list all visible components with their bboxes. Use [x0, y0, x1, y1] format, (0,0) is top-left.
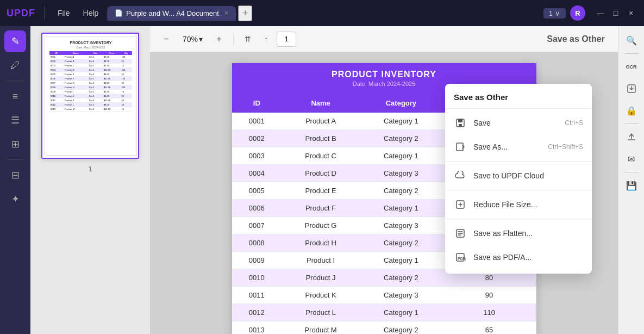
cell-id: 0011: [232, 287, 282, 304]
tab-icon: 📄: [115, 9, 123, 17]
search-btn[interactable]: 🔍: [622, 30, 641, 50]
cell-id: 0009: [232, 252, 282, 269]
table-row: 0011 Product K Category 3 90: [232, 287, 536, 304]
maximize-btn[interactable]: □: [609, 7, 622, 20]
cell-category: Category 2: [360, 321, 442, 335]
page-indicator-chevron: ∨: [555, 9, 560, 17]
dropdown-icon-reduce-file-size: [454, 198, 467, 211]
cell-name: Product F: [282, 200, 360, 217]
page-number-input[interactable]: [277, 32, 296, 47]
cell-name: Product E: [282, 182, 360, 200]
save-as-other-btn[interactable]: Save as Other: [542, 32, 609, 46]
dropdown-divider-2: [445, 190, 592, 190]
tab-title: Purple and W... A4 Document: [126, 9, 219, 17]
active-tab[interactable]: 📄 Purple and W... A4 Document ×: [107, 6, 236, 21]
zoom-in-btn[interactable]: +: [211, 32, 227, 47]
nav-up-btn[interactable]: ↑: [260, 33, 272, 46]
file-menu[interactable]: File: [53, 7, 74, 20]
title-divider: [44, 7, 45, 20]
left-sidebar: ✎ 🖊 ≡ ☰ ⊞ ⊟ ✦: [0, 26, 30, 334]
zoom-out-btn[interactable]: −: [159, 32, 174, 47]
cell-id: 0013: [232, 321, 282, 335]
cell-category: Category 3: [360, 165, 442, 182]
dropdown-item-save-as-pdfa[interactable]: PDF/A Save as PDF/A...: [445, 245, 592, 269]
dropdown-shortcut-save: Ctrl+S: [565, 119, 583, 127]
dropdown-label-save-to-cloud: Save to UPDF Cloud: [473, 171, 583, 180]
thumb-table: IDNameCatPriceQty 0001Product ACat 1$5.0…: [49, 51, 132, 112]
help-menu[interactable]: Help: [79, 7, 103, 20]
cell-id: 0005: [232, 182, 282, 200]
share-btn[interactable]: [622, 127, 641, 147]
layers-tool-btn[interactable]: ⊟: [4, 164, 26, 186]
minimize-btn[interactable]: —: [594, 7, 607, 20]
bookmark-tool-btn[interactable]: ⊞: [4, 133, 26, 155]
zoom-display[interactable]: 70% ▾: [178, 33, 207, 46]
pdf-viewer[interactable]: PRODUCT INVENTORY Date: March 2024-2025 …: [150, 52, 618, 334]
cell-instock: 110: [442, 304, 536, 321]
dropdown-item-save[interactable]: Save Ctrl+S: [445, 111, 592, 135]
cell-name: Product L: [282, 304, 360, 321]
dropdown-item-save-as[interactable]: Save As... Ctrl+Shift+S: [445, 135, 592, 159]
cell-id: 0007: [232, 217, 282, 234]
sidebar-divider-1: [7, 81, 23, 81]
cell-id: 0010: [232, 269, 282, 287]
stamp-tool-btn[interactable]: ✦: [4, 188, 26, 210]
dropdown-label-save-as: Save As...: [473, 143, 541, 151]
text-tool-btn[interactable]: ≡: [4, 85, 26, 107]
cell-name: Product J: [282, 269, 360, 287]
svg-rect-3: [457, 143, 463, 151]
dropdown-shortcut-save-as: Ctrl+Shift+S: [548, 143, 583, 151]
page-indicator[interactable]: 1 ∨: [543, 8, 566, 18]
toolbar-divider-1: [233, 33, 234, 46]
nav-top-btn[interactable]: ⇈: [240, 33, 255, 46]
col-header-id: ID: [232, 94, 282, 113]
add-tab-btn[interactable]: +: [238, 5, 253, 21]
dropdown-icon-save-to-cloud: [454, 169, 467, 182]
cell-instock: 65: [442, 321, 536, 335]
cell-id: 0003: [232, 147, 282, 165]
edit-tool-btn[interactable]: ✎: [4, 30, 26, 52]
dropdown-divider-3: [445, 219, 592, 219]
thumbnail-panel: PRODUCT INVENTORY Date: March 2024-2025 …: [30, 26, 150, 334]
lock-btn[interactable]: 🔒: [622, 101, 641, 120]
pdf-doc-title: PRODUCT INVENTORY: [239, 70, 530, 79]
export-btn[interactable]: [622, 79, 641, 98]
user-avatar[interactable]: R: [570, 5, 585, 21]
tab-close-btn[interactable]: ×: [224, 9, 228, 17]
thumbnail-page-num: 1: [89, 165, 92, 173]
cell-category: Category 1: [360, 147, 442, 165]
close-btn[interactable]: ×: [624, 7, 637, 20]
svg-text:PDF/A: PDF/A: [458, 257, 466, 261]
annotate-tool-btn[interactable]: 🖊: [4, 54, 26, 76]
cell-category: Category 2: [360, 130, 442, 147]
cell-id: 0004: [232, 165, 282, 182]
main-layout: ✎ 🖊 ≡ ☰ ⊞ ⊟ ✦ PRODUCT INVENTORY Date: Ma…: [0, 26, 644, 334]
dropdown-item-reduce-file-size[interactable]: Reduce File Size...: [445, 193, 592, 217]
cell-category: Category 2: [360, 234, 442, 252]
save-as-other-dropdown: Save as Other Save Ctrl+S Save As... Ctr…: [445, 84, 592, 274]
cell-category: Category 1: [360, 304, 442, 321]
sidebar-divider-2: [7, 159, 23, 160]
dropdown-icon-save-as-pdfa: PDF/A: [454, 251, 467, 264]
ocr-btn[interactable]: OCR: [622, 57, 641, 77]
cell-name: Product H: [282, 234, 360, 252]
list-tool-btn[interactable]: ☰: [4, 109, 26, 131]
thumb-title: PRODUCT INVENTORY: [70, 41, 111, 45]
zoom-value: 70%: [183, 35, 198, 44]
thumbnail-img: PRODUCT INVENTORY Date: March 2024-2025 …: [45, 36, 137, 156]
content-area: − 70% ▾ + ⇈ ↑ Save as Other PRODUCT INVE…: [150, 26, 618, 334]
title-right: 1 ∨ R — □ ×: [543, 5, 637, 21]
svg-rect-1: [458, 119, 462, 122]
thumbnail-page-1[interactable]: PRODUCT INVENTORY Date: March 2024-2025 …: [41, 33, 139, 159]
save-btn[interactable]: 💾: [622, 176, 641, 195]
dropdown-item-save-as-flatten[interactable]: Save as Flatten...: [445, 221, 592, 245]
col-header-name: Name: [282, 94, 360, 113]
dropdown-item-save-to-cloud[interactable]: Save to UPDF Cloud: [445, 164, 592, 188]
right-divider-2: [624, 123, 639, 124]
mail-btn[interactable]: ✉: [622, 149, 641, 169]
table-row: 0013 Product M Category 2 65: [232, 321, 536, 335]
tab-area: 📄 Purple and W... A4 Document × +: [107, 5, 539, 21]
cell-category: Category 1: [360, 200, 442, 217]
table-row: 0012 Product L Category 1 110: [232, 304, 536, 321]
cell-category: Category 2: [360, 182, 442, 200]
